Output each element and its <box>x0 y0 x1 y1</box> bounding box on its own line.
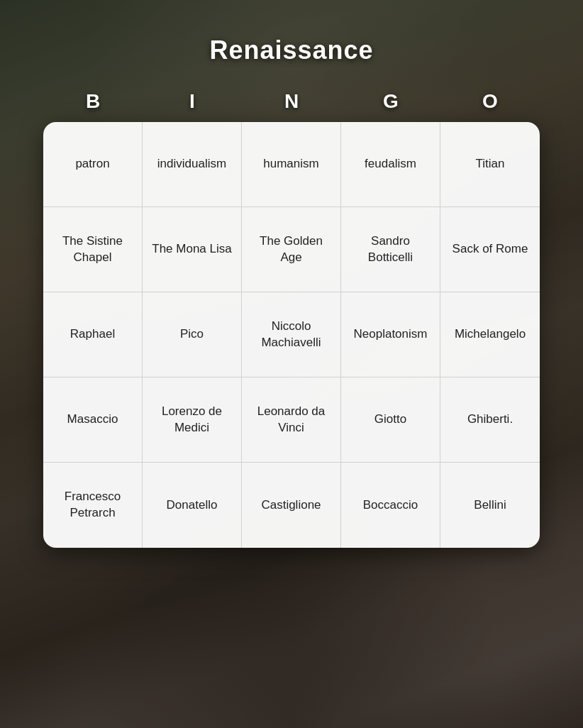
bingo-cell[interactable]: Castiglione <box>242 463 341 548</box>
bingo-cell[interactable]: Sandro Botticelli <box>341 207 440 292</box>
bingo-cell[interactable]: Niccolo Machiavelli <box>242 292 341 377</box>
bingo-letter: I <box>143 87 242 116</box>
bingo-cell[interactable]: Michelangelo <box>440 292 540 377</box>
bingo-cell[interactable]: Giotto <box>341 377 440 463</box>
bingo-letter: B <box>43 87 143 116</box>
bingo-cell[interactable]: Neoplatonism <box>341 292 440 377</box>
bingo-card: patronindividualismhumanismfeudalismTiti… <box>43 122 540 548</box>
bingo-cell[interactable]: Lorenzo de Medici <box>143 377 242 463</box>
bingo-cell[interactable]: The Sistine Chapel <box>43 207 143 292</box>
page-title: Renaissance <box>209 35 373 65</box>
bingo-cell[interactable]: patron <box>43 122 143 207</box>
bingo-cell[interactable]: individualism <box>143 122 242 207</box>
bingo-cell[interactable]: Pico <box>143 292 242 377</box>
bingo-cell[interactable]: Francesco Petrarch <box>43 463 143 548</box>
bingo-letter: O <box>440 87 540 116</box>
bingo-letter: N <box>242 87 341 116</box>
bingo-cell[interactable]: Boccaccio <box>341 463 440 548</box>
bingo-cell[interactable]: Donatello <box>143 463 242 548</box>
bingo-cell[interactable]: Leonardo da Vinci <box>242 377 341 463</box>
main-content: Renaissance BINGO patronindividualismhum… <box>0 0 583 728</box>
bingo-cell[interactable]: Masaccio <box>43 377 143 463</box>
bingo-cell[interactable]: Ghiberti. <box>440 377 540 463</box>
bingo-cell[interactable]: The Golden Age <box>242 207 341 292</box>
bingo-cell[interactable]: The Mona Lisa <box>143 207 242 292</box>
bingo-grid: patronindividualismhumanismfeudalismTiti… <box>43 122 540 548</box>
bingo-cell[interactable]: Raphael <box>43 292 143 377</box>
bingo-letter: G <box>341 87 440 116</box>
bingo-cell[interactable]: Titian <box>440 122 540 207</box>
bingo-header-row: BINGO <box>43 87 540 116</box>
bingo-cell[interactable]: feudalism <box>341 122 440 207</box>
bingo-cell[interactable]: Sack of Rome <box>440 207 540 292</box>
bingo-cell[interactable]: Bellini <box>440 463 540 548</box>
bingo-cell[interactable]: humanism <box>242 122 341 207</box>
